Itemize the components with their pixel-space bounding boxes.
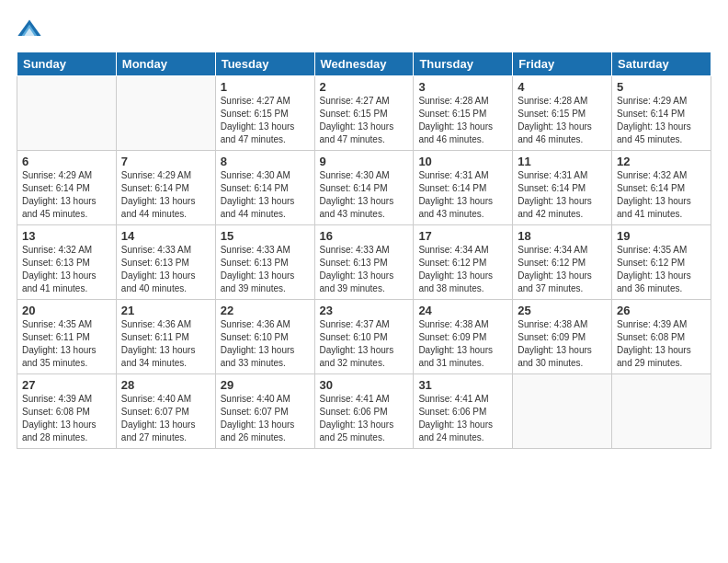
day-number: 13	[22, 229, 111, 243]
calendar-day-cell: 17Sunrise: 4:34 AM Sunset: 6:12 PM Dayli…	[414, 225, 513, 300]
day-info: Sunrise: 4:28 AM Sunset: 6:15 PM Dayligh…	[418, 95, 507, 146]
day-number: 17	[418, 229, 507, 243]
calendar-day-cell: 14Sunrise: 4:33 AM Sunset: 6:13 PM Dayli…	[116, 225, 215, 300]
day-info: Sunrise: 4:34 AM Sunset: 6:12 PM Dayligh…	[418, 244, 507, 295]
calendar-day-cell: 28Sunrise: 4:40 AM Sunset: 6:07 PM Dayli…	[116, 374, 215, 449]
day-number: 27	[22, 378, 111, 392]
day-info: Sunrise: 4:41 AM Sunset: 6:06 PM Dayligh…	[320, 393, 409, 444]
day-info: Sunrise: 4:40 AM Sunset: 6:07 PM Dayligh…	[221, 393, 310, 444]
calendar-day-cell: 26Sunrise: 4:39 AM Sunset: 6:08 PM Dayli…	[612, 300, 711, 374]
calendar-day-cell: 25Sunrise: 4:38 AM Sunset: 6:09 PM Dayli…	[513, 300, 612, 374]
calendar-day-cell: 2Sunrise: 4:27 AM Sunset: 6:15 PM Daylig…	[314, 76, 414, 151]
calendar-day-cell: 6Sunrise: 4:29 AM Sunset: 6:14 PM Daylig…	[17, 151, 117, 225]
day-number: 28	[121, 378, 210, 392]
calendar-day-cell: 12Sunrise: 4:32 AM Sunset: 6:14 PM Dayli…	[612, 151, 711, 225]
day-info: Sunrise: 4:36 AM Sunset: 6:11 PM Dayligh…	[121, 318, 210, 370]
day-of-week-header: Saturday	[612, 52, 711, 76]
day-number: 6	[22, 155, 111, 168]
calendar-day-cell	[116, 76, 215, 151]
calendar-day-cell: 16Sunrise: 4:33 AM Sunset: 6:13 PM Dayli…	[314, 225, 414, 300]
calendar-week-row: 1Sunrise: 4:27 AM Sunset: 6:15 PM Daylig…	[17, 76, 711, 151]
calendar-day-cell: 19Sunrise: 4:35 AM Sunset: 6:12 PM Dayli…	[612, 225, 711, 300]
calendar-day-cell: 1Sunrise: 4:27 AM Sunset: 6:15 PM Daylig…	[215, 76, 314, 151]
day-number: 23	[320, 304, 409, 317]
day-number: 20	[22, 304, 111, 317]
day-info: Sunrise: 4:39 AM Sunset: 6:08 PM Dayligh…	[22, 393, 111, 444]
day-number: 14	[121, 229, 210, 243]
day-number: 2	[320, 80, 409, 94]
day-number: 21	[121, 304, 210, 317]
calendar-day-cell: 22Sunrise: 4:36 AM Sunset: 6:10 PM Dayli…	[215, 300, 314, 374]
calendar-day-cell: 11Sunrise: 4:31 AM Sunset: 6:14 PM Dayli…	[513, 151, 612, 225]
day-info: Sunrise: 4:31 AM Sunset: 6:14 PM Dayligh…	[518, 169, 607, 221]
calendar-day-cell: 30Sunrise: 4:41 AM Sunset: 6:06 PM Dayli…	[314, 374, 414, 449]
day-info: Sunrise: 4:33 AM Sunset: 6:13 PM Dayligh…	[121, 244, 210, 295]
calendar-day-cell: 15Sunrise: 4:33 AM Sunset: 6:13 PM Dayli…	[215, 225, 314, 300]
day-info: Sunrise: 4:28 AM Sunset: 6:15 PM Dayligh…	[518, 95, 607, 146]
day-of-week-header: Thursday	[414, 52, 513, 76]
day-info: Sunrise: 4:38 AM Sunset: 6:09 PM Dayligh…	[418, 318, 507, 370]
calendar-week-row: 27Sunrise: 4:39 AM Sunset: 6:08 PM Dayli…	[17, 374, 711, 449]
day-info: Sunrise: 4:29 AM Sunset: 6:14 PM Dayligh…	[617, 95, 706, 146]
day-info: Sunrise: 4:29 AM Sunset: 6:14 PM Dayligh…	[121, 169, 210, 221]
calendar-day-cell: 13Sunrise: 4:32 AM Sunset: 6:13 PM Dayli…	[17, 225, 117, 300]
calendar-day-cell: 4Sunrise: 4:28 AM Sunset: 6:15 PM Daylig…	[513, 76, 612, 151]
calendar-day-cell: 18Sunrise: 4:34 AM Sunset: 6:12 PM Dayli…	[513, 225, 612, 300]
calendar-day-cell: 29Sunrise: 4:40 AM Sunset: 6:07 PM Dayli…	[215, 374, 314, 449]
day-info: Sunrise: 4:29 AM Sunset: 6:14 PM Dayligh…	[22, 169, 111, 221]
day-info: Sunrise: 4:37 AM Sunset: 6:10 PM Dayligh…	[320, 318, 409, 370]
day-info: Sunrise: 4:38 AM Sunset: 6:09 PM Dayligh…	[518, 318, 607, 370]
day-of-week-header: Wednesday	[314, 52, 414, 76]
day-number: 22	[221, 304, 310, 317]
calendar-week-row: 6Sunrise: 4:29 AM Sunset: 6:14 PM Daylig…	[17, 151, 711, 225]
calendar-header-row: SundayMondayTuesdayWednesdayThursdayFrid…	[17, 52, 711, 76]
calendar-day-cell	[17, 76, 117, 151]
day-of-week-header: Sunday	[17, 52, 117, 76]
day-info: Sunrise: 4:33 AM Sunset: 6:13 PM Dayligh…	[320, 244, 409, 295]
day-number: 26	[617, 304, 706, 317]
day-number: 4	[518, 80, 607, 94]
day-info: Sunrise: 4:30 AM Sunset: 6:14 PM Dayligh…	[221, 169, 310, 221]
day-of-week-header: Tuesday	[215, 52, 314, 76]
day-number: 9	[320, 155, 409, 168]
day-info: Sunrise: 4:27 AM Sunset: 6:15 PM Dayligh…	[320, 95, 409, 146]
day-number: 10	[418, 155, 507, 168]
day-info: Sunrise: 4:27 AM Sunset: 6:15 PM Dayligh…	[221, 95, 310, 146]
calendar-day-cell: 5Sunrise: 4:29 AM Sunset: 6:14 PM Daylig…	[612, 76, 711, 151]
day-number: 3	[418, 80, 507, 94]
calendar: SundayMondayTuesdayWednesdayThursdayFrid…	[17, 52, 711, 449]
day-info: Sunrise: 4:36 AM Sunset: 6:10 PM Dayligh…	[221, 318, 310, 370]
calendar-day-cell: 24Sunrise: 4:38 AM Sunset: 6:09 PM Dayli…	[414, 300, 513, 374]
day-number: 19	[617, 229, 706, 243]
day-number: 29	[221, 378, 310, 392]
day-number: 8	[221, 155, 310, 168]
calendar-day-cell	[612, 374, 711, 449]
day-info: Sunrise: 4:41 AM Sunset: 6:06 PM Dayligh…	[418, 393, 507, 444]
header	[17, 17, 711, 42]
day-info: Sunrise: 4:34 AM Sunset: 6:12 PM Dayligh…	[518, 244, 607, 295]
calendar-day-cell	[513, 374, 612, 449]
day-number: 24	[418, 304, 507, 317]
day-number: 18	[518, 229, 607, 243]
day-number: 5	[617, 80, 706, 94]
day-number: 7	[121, 155, 210, 168]
calendar-day-cell: 8Sunrise: 4:30 AM Sunset: 6:14 PM Daylig…	[215, 151, 314, 225]
calendar-week-row: 20Sunrise: 4:35 AM Sunset: 6:11 PM Dayli…	[17, 300, 711, 374]
day-info: Sunrise: 4:32 AM Sunset: 6:13 PM Dayligh…	[22, 244, 111, 295]
calendar-day-cell: 27Sunrise: 4:39 AM Sunset: 6:08 PM Dayli…	[17, 374, 117, 449]
day-number: 15	[221, 229, 310, 243]
day-of-week-header: Friday	[513, 52, 612, 76]
day-info: Sunrise: 4:35 AM Sunset: 6:12 PM Dayligh…	[617, 244, 706, 295]
day-number: 16	[320, 229, 409, 243]
calendar-week-row: 13Sunrise: 4:32 AM Sunset: 6:13 PM Dayli…	[17, 225, 711, 300]
logo-icon	[17, 17, 42, 42]
day-number: 12	[617, 155, 706, 168]
calendar-day-cell: 31Sunrise: 4:41 AM Sunset: 6:06 PM Dayli…	[414, 374, 513, 449]
calendar-day-cell: 3Sunrise: 4:28 AM Sunset: 6:15 PM Daylig…	[414, 76, 513, 151]
day-info: Sunrise: 4:35 AM Sunset: 6:11 PM Dayligh…	[22, 318, 111, 370]
page: SundayMondayTuesdayWednesdayThursdayFrid…	[0, 0, 728, 563]
calendar-day-cell: 21Sunrise: 4:36 AM Sunset: 6:11 PM Dayli…	[116, 300, 215, 374]
calendar-day-cell: 9Sunrise: 4:30 AM Sunset: 6:14 PM Daylig…	[314, 151, 414, 225]
day-info: Sunrise: 4:31 AM Sunset: 6:14 PM Dayligh…	[418, 169, 507, 221]
day-number: 11	[518, 155, 607, 168]
